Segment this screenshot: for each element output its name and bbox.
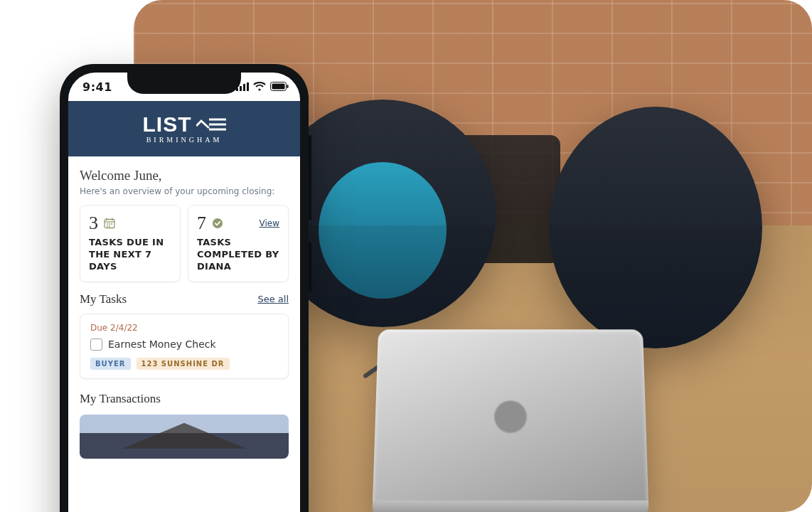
my-transactions-heading: My Transactions <box>80 392 161 406</box>
task-chips: BUYER 123 SUNSHINE DR <box>90 358 278 370</box>
svg-point-17 <box>111 223 112 225</box>
status-time: 9:41 <box>82 80 112 94</box>
brand-word: LIST <box>143 114 192 135</box>
brand-mark-icon <box>196 114 226 135</box>
card-top: 7 View <box>197 213 279 234</box>
phone-screen: 9:41 <box>68 73 300 512</box>
task-title: Earnest Money Check <box>108 338 216 350</box>
phone-notch <box>127 73 241 94</box>
photo-laptop <box>373 329 648 506</box>
card-tasks-due[interactable]: 3 <box>80 205 181 282</box>
chip-buyer: BUYER <box>90 358 131 370</box>
viewport: 9:41 <box>0 0 812 512</box>
task-due-prefix: Due <box>90 323 107 333</box>
brand-sub: BIRMINGHAM <box>146 137 223 144</box>
svg-rect-1 <box>240 86 242 91</box>
battery-icon <box>270 80 289 94</box>
svg-point-18 <box>107 225 108 227</box>
welcome-subtitle: Here's an overview of your upcoming clos… <box>80 186 289 196</box>
svg-rect-7 <box>287 85 289 88</box>
card-top: 3 <box>89 213 171 234</box>
my-transactions-header: My Transactions <box>80 392 289 406</box>
see-all-tasks-link[interactable]: See all <box>257 294 289 304</box>
wifi-icon <box>253 80 266 94</box>
card-tasks-completed[interactable]: 7 View TASKS COMPLETED BY DIANA <box>188 205 289 282</box>
svg-point-19 <box>109 225 110 227</box>
svg-point-16 <box>109 223 110 225</box>
my-tasks-header: My Tasks See all <box>80 292 289 306</box>
svg-rect-2 <box>243 84 245 91</box>
transaction-image-placeholder <box>122 423 246 449</box>
content-scroll[interactable]: Welcome June, Here's an overview of your… <box>68 156 300 459</box>
svg-rect-6 <box>272 83 285 89</box>
phone-frame: 9:41 <box>60 64 309 512</box>
brand: LIST BIRMINGHAM <box>143 114 226 144</box>
welcome-title: Welcome June, <box>80 168 289 183</box>
chip-address: 123 SUNSHINE DR <box>137 358 230 370</box>
tasks-completed-label: TASKS COMPLETED BY DIANA <box>197 237 279 273</box>
status-icons <box>236 80 289 94</box>
check-circle-icon <box>212 218 223 229</box>
app-header: LIST BIRMINGHAM <box>68 101 300 156</box>
tasks-due-label: TASKS DUE IN THE NEXT 7 DAYS <box>89 237 171 273</box>
tasks-completed-count: 7 <box>197 213 206 234</box>
photo-person-right <box>549 107 762 348</box>
photo-laptop-logo <box>494 400 527 432</box>
calendar-icon <box>104 218 115 229</box>
task-due-date: 2/4/22 <box>110 323 138 333</box>
svg-rect-3 <box>247 82 249 91</box>
brand-top: LIST <box>143 114 226 135</box>
svg-point-4 <box>258 88 260 90</box>
task-card[interactable]: Due 2/4/22 Earnest Money Check BUYER 123… <box>80 314 289 379</box>
task-checkbox[interactable] <box>90 338 102 351</box>
overview-cards: 3 <box>80 205 289 282</box>
transaction-card[interactable] <box>80 415 289 459</box>
task-due: Due 2/4/22 <box>90 323 278 333</box>
tasks-due-count: 3 <box>89 213 98 234</box>
svg-point-15 <box>107 223 108 225</box>
photo-laptop-hinge <box>372 501 648 512</box>
view-completed-link[interactable]: View <box>260 218 279 228</box>
my-tasks-heading: My Tasks <box>80 292 127 306</box>
